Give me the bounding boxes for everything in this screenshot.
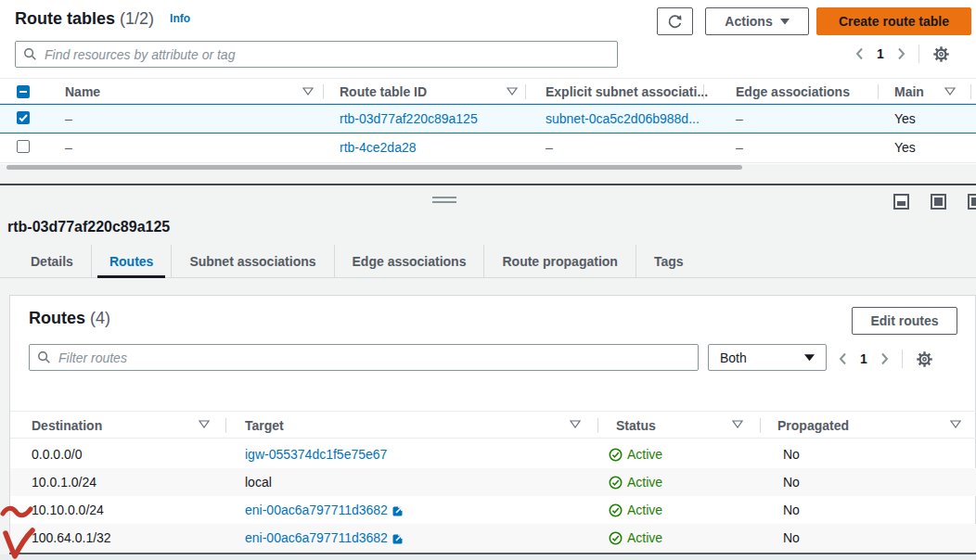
target-link[interactable]: igw-055374dc1f5e75e67 [245,447,387,462]
detail-pane: rtb-03d77af220c89a125 Details Routes Sub… [0,185,976,560]
column-name[interactable]: Name [65,84,100,99]
status-badge: Active [609,530,662,545]
refresh-button[interactable] [657,7,693,35]
edge-cell: – [736,140,743,155]
main-cell: Yes [894,111,916,126]
sort-icon[interactable] [950,420,961,428]
next-page-button[interactable] [897,47,905,60]
sort-icon[interactable] [732,420,743,428]
route-table-id-link[interactable]: rtb-4ce2da28 [340,140,417,155]
tab-details[interactable]: Details [13,245,91,277]
subnet-association-link[interactable]: subnet-0ca5c2d06b988d... [546,111,700,126]
layout-side-panel-button[interactable] [968,194,976,210]
column-status[interactable]: Status [616,418,656,433]
scrollbar-thumb[interactable] [6,165,742,170]
row-checkbox-checked[interactable] [17,111,30,124]
tab-routes[interactable]: Routes [91,245,171,277]
info-link[interactable]: Info [170,12,190,25]
search-icon [37,350,51,364]
search-icon [23,47,37,61]
next-page-button[interactable] [880,352,889,365]
indeterminate-icon [17,85,30,98]
resource-search-input[interactable] [43,46,610,63]
split-drag-handle[interactable] [432,197,456,204]
horizontal-scrollbar [0,164,976,184]
route-tables-table-header: Name Route table ID Explicit subnet asso… [0,78,976,104]
divider [918,45,919,63]
prev-page-button[interactable] [839,352,847,365]
sort-icon[interactable] [302,87,314,95]
edge-cell: – [736,111,743,126]
check-circle-icon [609,503,623,517]
target-link[interactable]: eni-00ac6a797711d3682 [245,503,405,517]
resource-search [15,41,618,68]
target-link[interactable]: eni-00ac6a797711d3682 [245,530,405,545]
status-badge: Active [609,447,662,462]
select-all-checkbox[interactable] [17,85,30,98]
column-route-table-id[interactable]: Route table ID [340,84,427,99]
current-page[interactable]: 1 [860,351,867,366]
routes-pagination: 1 [839,350,933,368]
prev-page-button[interactable] [855,47,864,60]
layout-full-icon [934,197,943,206]
selection-count: (1/2) [120,9,154,28]
table-row[interactable]: – rtb-4ce2da28 – – Yes [0,134,976,163]
column-edge-associations[interactable]: Edge associations [736,84,850,99]
main-cell: Yes [894,140,916,155]
table-settings-button[interactable] [932,45,950,63]
sort-icon[interactable] [570,420,581,428]
route-table-id-link[interactable]: rtb-03d77af220c89a125 [340,111,478,126]
gear-icon [932,45,950,63]
status-badge: Active [609,475,662,490]
column-target[interactable]: Target [245,418,284,433]
tab-edge-associations[interactable]: Edge associations [334,245,484,277]
refresh-icon [667,14,683,30]
chevron-left-icon [855,47,864,60]
target-cell: local [245,475,272,490]
external-link-icon [392,504,405,516]
sort-icon[interactable] [944,87,956,95]
filter-type-select[interactable]: Both [708,344,827,371]
layout-bottom-panel-button[interactable] [893,194,909,210]
page-title-text: Route tables [15,9,115,28]
detail-tabs: Details Routes Subnet associations Edge … [0,245,976,278]
create-route-table-button[interactable]: Create route table [816,7,971,35]
detail-title: rtb-03d77af220c89a125 [7,219,170,235]
sort-icon[interactable] [507,87,518,95]
routes-count: (4) [90,309,110,327]
column-explicit-subnet[interactable]: Explicit subnet associati... [546,84,708,99]
routes-settings-button[interactable] [916,350,933,368]
tab-tags[interactable]: Tags [636,245,701,277]
propagated-cell: No [783,503,800,517]
tab-route-propagation[interactable]: Route propagation [483,245,635,277]
column-main[interactable]: Main [894,84,924,99]
table-row[interactable]: – rtb-03d77af220c89a125 subnet-0ca5c2d06… [0,104,976,134]
destination-cell: 100.64.0.1/32 [32,530,111,545]
column-destination[interactable]: Destination [32,418,102,433]
check-circle-icon [609,476,623,490]
subnet-cell: – [546,140,553,155]
current-page[interactable]: 1 [877,46,884,61]
actions-label: Actions [725,14,772,29]
tab-subnet-associations[interactable]: Subnet associations [171,245,333,277]
row-checkbox-unchecked[interactable] [17,140,30,153]
sort-icon[interactable] [199,420,210,428]
destination-cell: 0.0.0.0/0 [32,447,83,462]
edit-routes-button[interactable]: Edit routes [852,307,957,335]
name-cell: – [65,111,72,126]
routes-filter [29,344,699,371]
chevron-down-icon [804,354,815,362]
bottom-strip [0,554,976,560]
top-pagination: 1 [855,45,950,63]
layout-full-panel-button[interactable] [931,194,946,210]
route-row: 100.64.0.1/32 eni-00ac6a797711d3682 Acti… [10,524,976,552]
column-propagated[interactable]: Propagated [777,418,849,433]
propagated-cell: No [783,530,800,545]
external-link-icon [392,532,405,544]
actions-button[interactable]: Actions [705,7,809,35]
routes-filter-input[interactable] [57,350,690,366]
check-circle-icon [609,448,623,462]
filter-type-value: Both [720,350,747,365]
layout-bottom-icon [897,201,905,206]
route-row: 0.0.0.0/0 igw-055374dc1f5e75e67 Active N… [10,440,976,468]
